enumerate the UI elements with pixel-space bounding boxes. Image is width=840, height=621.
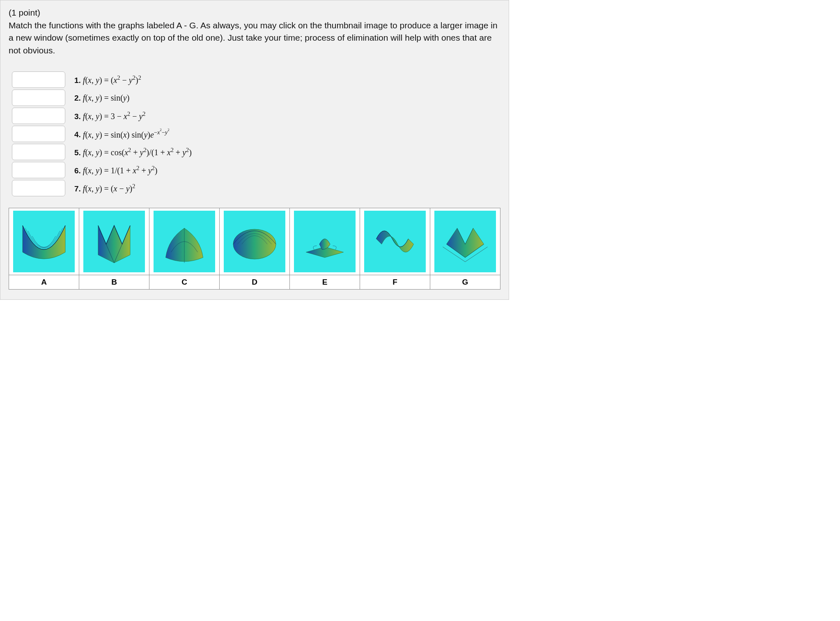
answer-input-5[interactable] — [12, 144, 65, 160]
graph-label: E — [290, 275, 360, 290]
graph-label: G — [430, 275, 500, 290]
question-row: 6. f(x, y) = 1/(1 + x2 + y2) — [12, 162, 500, 178]
graph-label: C — [149, 275, 220, 290]
questions-list: 1. f(x, y) = (x2 − y2)2 2. f(x, y) = sin… — [12, 71, 500, 196]
problem-prompt: Match the functions with the graphs labe… — [9, 19, 500, 57]
graph-label: F — [360, 275, 430, 290]
graph-label: B — [79, 275, 149, 290]
question-row: 7. f(x, y) = (x − y)2 — [12, 180, 500, 196]
answer-input-7[interactable] — [12, 180, 65, 196]
question-row: 5. f(x, y) = cos(x2 + y2)/(1 + x2 + y2) — [12, 144, 500, 160]
question-row: 1. f(x, y) = (x2 − y2)2 — [12, 71, 500, 88]
graph-thumb-b[interactable] — [83, 211, 145, 272]
points-label: (1 point) — [9, 8, 500, 18]
graph-thumb-f[interactable] — [364, 211, 426, 272]
function-label: 5. f(x, y) = cos(x2 + y2)/(1 + x2 + y2) — [74, 147, 192, 157]
function-label: 6. f(x, y) = 1/(1 + x2 + y2) — [74, 165, 157, 175]
answer-input-6[interactable] — [12, 162, 65, 178]
function-label: 2. f(x, y) = sin(y) — [74, 93, 129, 103]
graph-thumb-c[interactable] — [154, 211, 215, 272]
answer-input-3[interactable] — [12, 108, 65, 124]
graph-thumb-e[interactable] — [294, 211, 356, 272]
answer-input-2[interactable] — [12, 90, 65, 106]
graph-label: A — [9, 275, 79, 290]
function-label: 1. f(x, y) = (x2 − y2)2 — [74, 74, 141, 85]
answer-input-4[interactable] — [12, 126, 65, 142]
problem-container: (1 point) Match the functions with the g… — [0, 0, 509, 300]
graph-thumb-d[interactable] — [224, 211, 285, 272]
graph-thumb-a[interactable] — [13, 211, 75, 272]
question-row: 3. f(x, y) = 3 − x2 − y2 — [12, 108, 500, 124]
graphs-table: A B C D E F G — [9, 208, 500, 290]
answer-input-1[interactable] — [12, 71, 65, 88]
question-row: 2. f(x, y) = sin(y) — [12, 90, 500, 106]
function-label: 3. f(x, y) = 3 − x2 − y2 — [74, 110, 146, 121]
question-row: 4. f(x, y) = sin(x) sin(y)e−x2−y2 — [12, 126, 500, 142]
function-label: 4. f(x, y) = sin(x) sin(y)e−x2−y2 — [74, 129, 170, 139]
graph-label: D — [220, 275, 290, 290]
function-label: 7. f(x, y) = (x − y)2 — [74, 183, 135, 193]
graph-thumb-g[interactable] — [434, 211, 496, 272]
